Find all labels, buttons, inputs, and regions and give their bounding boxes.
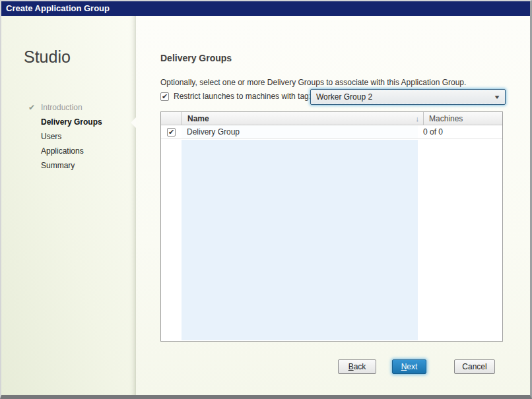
- wizard-body: Studio ✔ Introduction Delivery Groups Us…: [1, 16, 530, 395]
- window-title: Create Application Group: [6, 3, 110, 13]
- step-label: Summary: [41, 161, 75, 170]
- name-column-label: Name: [187, 114, 209, 123]
- window-titlebar: Create Application Group: [1, 1, 530, 16]
- wizard-footer: Back Next Cancel: [136, 359, 530, 375]
- sorted-column-highlight: [182, 140, 418, 340]
- step-label: Users: [41, 132, 61, 141]
- step-summary: Summary: [1, 158, 136, 173]
- checkbox-check-icon: ✔: [168, 129, 174, 136]
- wizard-steps: ✔ Introduction Delivery Groups Users App…: [1, 100, 136, 173]
- tag-dropdown-value: Worker Group 2: [316, 92, 494, 102]
- row-checkbox[interactable]: ✔: [167, 128, 176, 137]
- back-button-label: Back: [349, 362, 366, 371]
- restrict-tag-label: Restrict launches to machines with tag:: [174, 92, 311, 101]
- header-checkbox-column: [161, 112, 182, 125]
- table-header-row: Name ↓ Machines: [161, 112, 502, 125]
- cancel-button[interactable]: Cancel: [454, 359, 495, 374]
- wizard-sidebar: Studio ✔ Introduction Delivery Groups Us…: [1, 16, 136, 395]
- step-done-check-icon: ✔: [26, 100, 37, 115]
- step-label: Delivery Groups: [41, 117, 102, 127]
- current-step-notch: [131, 117, 136, 128]
- restrict-tag-row: ✔ Restrict launches to machines with tag…: [160, 92, 311, 101]
- header-name-column[interactable]: Name ↓: [182, 112, 424, 125]
- next-button-label: Next: [401, 362, 418, 371]
- row-name-cell: Delivery Group: [182, 125, 418, 138]
- checkbox-check-icon: ✔: [162, 93, 168, 100]
- step-label: Introduction: [41, 103, 83, 112]
- step-delivery-groups: Delivery Groups: [1, 115, 136, 129]
- step-label: Applications: [41, 146, 84, 156]
- tag-dropdown[interactable]: Worker Group 2 ▼: [310, 89, 506, 105]
- create-application-group-window: Create Application Group Studio ✔ Introd…: [0, 0, 532, 399]
- page-description: Optionally, select one or more Delivery …: [160, 78, 466, 87]
- wizard-content: Delivery Groups Optionally, select one o…: [136, 16, 530, 395]
- table-row[interactable]: ✔ Delivery Group 0 of 0: [161, 125, 502, 139]
- step-users: Users: [1, 129, 136, 144]
- delivery-group-name: Delivery Group: [187, 127, 240, 137]
- step-applications: Applications: [1, 144, 136, 158]
- machines-count: 0 of 0: [423, 127, 443, 137]
- machines-column-label: Machines: [429, 114, 463, 123]
- next-button[interactable]: Next: [392, 359, 426, 374]
- delivery-groups-table: Name ↓ Machines ✔ Delivery Group: [160, 111, 503, 342]
- studio-logo: Studio: [24, 47, 71, 67]
- cancel-button-label: Cancel: [462, 362, 486, 371]
- header-machines-column[interactable]: Machines: [424, 112, 502, 125]
- restrict-tag-checkbox[interactable]: ✔: [160, 92, 169, 101]
- page-title: Delivery Groups: [160, 53, 232, 63]
- back-button[interactable]: Back: [338, 359, 376, 374]
- dropdown-arrow-icon: ▼: [493, 94, 500, 100]
- step-introduction: ✔ Introduction: [1, 100, 136, 115]
- row-checkbox-cell: ✔: [161, 125, 182, 138]
- sort-descending-icon: ↓: [416, 115, 420, 123]
- row-machines-cell: 0 of 0: [418, 125, 502, 138]
